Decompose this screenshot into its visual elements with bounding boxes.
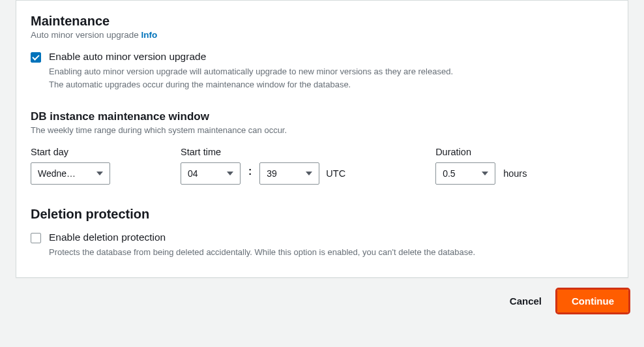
deletion-checkbox[interactable] (31, 233, 41, 243)
footer-actions: Cancel Continue (0, 290, 644, 312)
auto-upgrade-checkbox[interactable] (31, 52, 41, 63)
cancel-button[interactable]: Cancel (506, 290, 546, 312)
maintenance-title: Maintenance (31, 1, 613, 30)
settings-panel: Maintenance Auto minor version upgrade I… (16, 0, 628, 278)
start-day-label: Start day (31, 147, 110, 157)
duration-select[interactable]: 0.5 (435, 162, 495, 185)
maintenance-subhead: Auto minor version upgrade Info (31, 30, 613, 40)
deletion-title: Deletion protection (31, 207, 613, 222)
maintenance-window-desc: The weekly time range during which syste… (31, 125, 613, 135)
start-minute-value: 39 (267, 168, 277, 179)
maintenance-window-fields: Start day Wedne… Start time 04 : 39 UTC (31, 147, 613, 185)
auto-upgrade-label: Enable auto minor version upgrade (49, 50, 466, 63)
duration-value: 0.5 (443, 168, 455, 179)
chevron-down-icon (227, 172, 233, 175)
start-day-select[interactable]: Wedne… (31, 162, 110, 185)
auto-upgrade-row: Enable auto minor version upgrade Enabli… (31, 50, 613, 91)
auto-upgrade-subhead: Auto minor version upgrade (31, 30, 139, 40)
maintenance-window-title: DB instance maintenance window (31, 110, 613, 123)
auto-upgrade-desc: Enabling auto minor version upgrade will… (49, 65, 466, 91)
deletion-row: Enable deletion protection Protects the … (31, 231, 613, 259)
start-time-label: Start time (181, 147, 345, 157)
duration-label: Duration (435, 147, 527, 157)
info-link[interactable]: Info (141, 30, 158, 40)
chevron-down-icon (96, 172, 103, 175)
deletion-desc: Protects the database from being deleted… (49, 246, 475, 259)
start-hour-select[interactable]: 04 (181, 162, 241, 185)
start-day-value: Wedne… (38, 168, 76, 179)
chevron-down-icon (482, 172, 488, 175)
continue-button[interactable]: Continue (557, 290, 628, 312)
deletion-label: Enable deletion protection (49, 231, 475, 244)
chevron-down-icon (306, 172, 312, 175)
start-hour-value: 04 (188, 168, 198, 179)
duration-unit: hours (503, 168, 527, 179)
time-separator: : (247, 166, 253, 182)
timezone-label: UTC (326, 168, 345, 179)
start-minute-select[interactable]: 39 (259, 162, 319, 185)
